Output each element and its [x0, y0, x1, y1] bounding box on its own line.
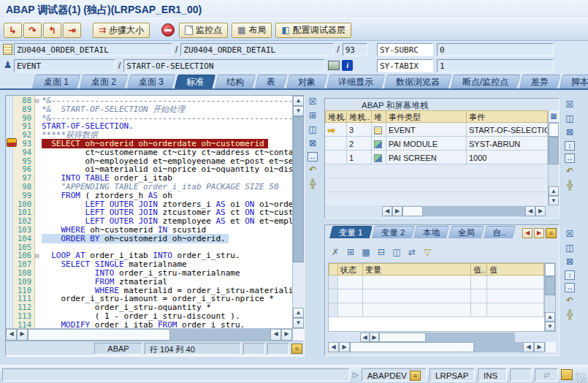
variable-row[interactable]	[329, 276, 544, 289]
step-over-button[interactable]: ↷	[23, 23, 42, 38]
undo-navigation-icon[interactable]: ↶	[307, 164, 318, 175]
remove-variable-icon[interactable]: ⊟	[375, 247, 387, 258]
vertical-scroll-bar[interactable]	[545, 276, 555, 295]
scroll-left-icon[interactable]: ◀	[523, 342, 534, 352]
step-size-button[interactable]: ⇉ 步骤大小	[93, 23, 150, 38]
horizontal-scroll-thumb[interactable]	[350, 342, 474, 352]
program-field[interactable]: ZU0404_ORDER_DETAIL	[14, 43, 172, 56]
horizontal-scroll-thumb[interactable]	[28, 329, 170, 341]
security-icon[interactable]	[561, 369, 573, 380]
tab-script[interactable]: 脚本	[560, 75, 588, 88]
close-icon[interactable]: ☒	[307, 96, 318, 107]
maximize-icon[interactable]: ⊠	[564, 257, 576, 268]
scroll-right-icon[interactable]: ▶	[392, 206, 402, 216]
watchpoint-button[interactable]: 监控点	[179, 23, 228, 38]
tab-desktop-1[interactable]: 桌面 1	[32, 75, 81, 88]
table-settings-icon[interactable]: ▦	[549, 110, 559, 123]
horizontal-scroll-thumb[interactable]	[379, 333, 426, 342]
tab-list-icon[interactable]: ≡	[546, 228, 557, 238]
system-list-icon[interactable]: ≡	[410, 371, 421, 381]
close-icon[interactable]: ☒	[564, 99, 576, 110]
scroll-left-icon[interactable]: ◀	[382, 206, 392, 216]
sy-subrc-label-field[interactable]: SY-SUBRC	[377, 43, 433, 56]
undo-navigation-icon[interactable]: ↶	[564, 166, 576, 177]
scroll-right-icon[interactable]: ▶	[534, 342, 545, 352]
scroll-right-icon[interactable]: ▶	[281, 329, 292, 341]
tab-auto[interactable]: 自..	[484, 226, 516, 238]
vertical-scroll-thumb[interactable]	[545, 263, 555, 276]
configure-debugger-button[interactable]: ◧ 配置调试器层	[275, 23, 351, 38]
step-return-button[interactable]: ↰	[43, 23, 61, 38]
horizontal-scroll-thumb[interactable]	[402, 206, 423, 216]
scroll-left-icon[interactable]: ◀	[270, 329, 281, 341]
horizontal-scroll-track[interactable]	[170, 329, 270, 341]
scroll-down-icon[interactable]: ▼	[549, 196, 559, 205]
tab-desktop-2[interactable]: 桌面 2	[80, 75, 129, 88]
scroll-left-icon[interactable]: ◀	[6, 329, 17, 341]
scroll-right-icon[interactable]: ▶	[370, 333, 379, 342]
undo-navigation-icon[interactable]: ↶	[564, 295, 576, 306]
vertical-scroll-thumb[interactable]	[293, 116, 304, 262]
scroll-down-icon[interactable]: ▼	[293, 318, 304, 328]
services-icon[interactable]: ╬	[564, 180, 576, 191]
vertical-scroll-track[interactable]	[293, 262, 304, 308]
tab-diff[interactable]: 差异	[519, 75, 561, 88]
tab-globals[interactable]: 全局	[448, 226, 484, 238]
scroll-right-icon[interactable]: ▶	[17, 329, 28, 341]
scroll-up-icon[interactable]: ▲	[545, 312, 555, 322]
scroll-left-icon[interactable]: ◀	[525, 206, 535, 216]
fit-height-icon[interactable]: ↕	[565, 141, 575, 151]
scroll-right-icon[interactable]: ▶	[535, 206, 546, 216]
scroll-up-icon[interactable]: ▲	[549, 186, 559, 196]
resize-grip-icon[interactable]	[576, 373, 586, 383]
stop-icon[interactable]	[161, 23, 175, 37]
scroll-down-icon[interactable]: ▼	[293, 106, 304, 116]
tab-scroll-left-icon[interactable]: ◀	[522, 228, 532, 238]
display-table-icon[interactable]: ▦	[360, 247, 372, 258]
tab-desktop-3[interactable]: 桌面 3	[127, 75, 176, 88]
breakpoint-margin[interactable]	[6, 96, 13, 328]
swap-panel-icon[interactable]: ◫	[307, 124, 318, 135]
fit-height-icon[interactable]: ↕	[565, 270, 575, 280]
vertical-scroll-track[interactable]	[549, 164, 559, 186]
tab-scroll-right-icon[interactable]: ▶	[534, 228, 544, 238]
vertical-scroll-track[interactable]	[545, 295, 555, 312]
tab-detail-display[interactable]: 详细显示	[327, 75, 386, 88]
maximize-icon[interactable]: ⊠	[564, 127, 576, 138]
swap-icon[interactable]: ⇄	[406, 247, 418, 258]
horizontal-scroll-track[interactable]	[474, 342, 523, 352]
swap-panel-icon[interactable]: ◫	[564, 243, 576, 254]
scroll-down-icon[interactable]: ▼	[545, 322, 555, 331]
include-field[interactable]: ZU0404_ORDER_DETAIL	[180, 43, 334, 56]
info-icon[interactable]: i	[342, 60, 353, 71]
fit-width-icon[interactable]: ↔	[308, 152, 318, 162]
step-into-button[interactable]: ↳	[4, 23, 22, 38]
stack-row[interactable]: ⇒3EVENTSTART-OF-SELECTION	[325, 123, 548, 137]
maximize-icon[interactable]: ⊠	[307, 138, 318, 149]
stack-row[interactable]: 2PAI MODULESYST-ABRUN	[325, 137, 548, 151]
tab-variables-2[interactable]: 变量 2	[371, 226, 414, 238]
horizontal-scroll-track[interactable]	[423, 206, 525, 216]
message-expand-icon[interactable]: ▷	[353, 371, 359, 379]
tab-structure[interactable]: 结构	[215, 75, 256, 88]
code-editor[interactable]: ⊟*&-------------------------------------…	[35, 96, 292, 328]
scroll-right-icon[interactable]: ▶	[339, 342, 350, 352]
scroll-up-icon[interactable]: ▲	[293, 96, 304, 106]
new-session-icon[interactable]: ⊞	[307, 110, 318, 121]
fit-width-icon[interactable]: ↔	[565, 283, 575, 292]
fullscreen-icon[interactable]: ≡	[291, 344, 302, 354]
code-line[interactable]: MODIFY order_i_itab FROM order_i_stru.	[35, 321, 292, 328]
tab-table[interactable]: 表	[255, 75, 288, 88]
services-icon[interactable]: ╬	[564, 309, 576, 320]
tab-standard[interactable]: 标准	[175, 75, 216, 88]
variable-row[interactable]	[329, 289, 544, 303]
insert-column-icon[interactable]: ◫	[391, 247, 402, 258]
insert-mode-cell[interactable]: INS	[478, 368, 507, 382]
create-variable-icon[interactable]: ⊞	[345, 247, 356, 258]
vertical-scroll-bar[interactable]	[549, 137, 559, 164]
scroll-up-icon[interactable]: ▲	[293, 308, 304, 318]
sy-subrc-value-field[interactable]: 0	[437, 43, 554, 56]
scroll-left-icon[interactable]: ◀	[360, 333, 370, 342]
run-to-cursor-button[interactable]: ⇥	[63, 23, 81, 38]
delete-icon[interactable]: ✗	[329, 247, 341, 258]
